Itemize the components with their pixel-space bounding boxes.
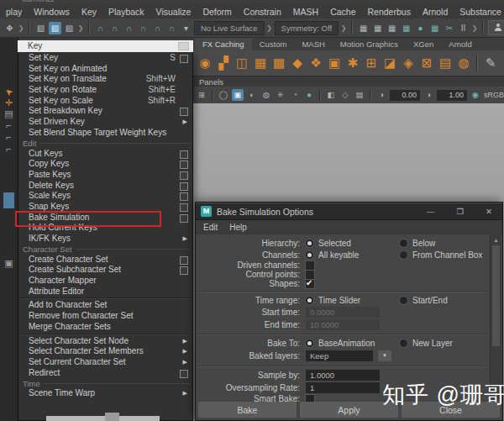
maximize-button[interactable]: ❒ xyxy=(457,206,465,217)
shadows-icon[interactable]: ✳ xyxy=(275,89,286,101)
gamma-icon[interactable]: ◑ xyxy=(423,89,434,101)
hierarchy-selected-radio[interactable] xyxy=(306,239,313,247)
menu-item-scene-time-warp[interactable]: Scene Time Warp▶ xyxy=(18,388,192,399)
bake-badge-icon[interactable]: ▣ xyxy=(3,258,15,269)
ipr-render-icon[interactable]: ● xyxy=(414,22,427,34)
motion-blur-icon[interactable]: ● xyxy=(303,89,315,101)
shelf-tab-fx-caching[interactable]: FX Caching xyxy=(195,38,252,50)
menu-item-bake-simulation[interactable]: Bake Simulation xyxy=(18,213,192,224)
translate-curve-icon[interactable]: ⌐ xyxy=(3,120,15,130)
dropdown-arrow-icon[interactable]: ▼ xyxy=(378,350,391,361)
snap-to-projected-center-icon[interactable]: ∩ xyxy=(137,22,150,34)
snap-to-curve-icon[interactable]: ∩ xyxy=(108,22,121,34)
snap-move-icon[interactable]: ▧ xyxy=(34,22,47,34)
menu-item-select-character-set-node[interactable]: Select Character Set Node▶ xyxy=(18,336,192,347)
menu-item-set-driven-key[interactable]: Set Driven Key▶ xyxy=(18,117,192,128)
menu-item-delete-keys[interactable]: Delete Keys xyxy=(18,181,192,192)
option-box-icon[interactable] xyxy=(180,108,188,116)
exposure-field[interactable]: 0.00 xyxy=(390,90,420,101)
menubar-item-constrain[interactable]: Constrain xyxy=(238,5,287,18)
camera-attributes-icon[interactable]: ▤ xyxy=(354,89,365,101)
menubar-item-cache[interactable]: Cache xyxy=(324,5,361,18)
menu-item-redirect[interactable]: Redirect xyxy=(18,368,192,379)
mash-world-icon[interactable]: ⊠ xyxy=(418,54,435,72)
mash-distribute-icon[interactable]: ◫ xyxy=(234,54,250,72)
menu-item-add-to-character-set[interactable]: Add to Character Set xyxy=(18,300,192,311)
menu-item-set-key-on-rotate[interactable]: Set Key on RotateShift+E xyxy=(18,85,192,96)
bake-to-new-layer-radio[interactable] xyxy=(400,339,407,347)
option-box-icon[interactable] xyxy=(180,256,188,265)
oversampling-rate-input[interactable]: 1 xyxy=(306,382,380,393)
channels-from-channel-box-radio[interactable] xyxy=(400,251,407,259)
menu-item-set-key-on-animated[interactable]: Set Key on Animated xyxy=(18,64,192,75)
baked-layers-dropdown[interactable]: Keep xyxy=(306,350,373,361)
menu-item-snap-keys[interactable]: Snap Keys xyxy=(18,202,192,213)
time-range-time-slider-radio[interactable] xyxy=(306,297,313,304)
menu-item-merge-character-sets[interactable]: Merge Character Sets xyxy=(18,322,192,333)
chevron-icon[interactable]: ❯ xyxy=(18,24,24,32)
menu-item-set-blend-shape-target-weight-keys[interactable]: Set Blend Shape Target Weight Keys xyxy=(18,128,192,139)
mash-merge-icon[interactable]: ◪ xyxy=(381,54,398,72)
cut-icon[interactable]: ✂ xyxy=(443,22,455,34)
mash-placer-icon[interactable]: ◈ xyxy=(400,54,417,72)
wireframe-icon[interactable]: ◯ xyxy=(218,89,229,101)
end-time-input[interactable]: 10.0000 xyxy=(306,319,380,330)
menubar-item-visualize[interactable]: Visualize xyxy=(150,5,197,18)
bake-button[interactable]: Bake xyxy=(198,402,297,418)
mash-color-icon[interactable]: ⊞ xyxy=(363,54,380,72)
render-sequence-icon[interactable]: ▦ xyxy=(400,22,412,34)
menu-item-remove-from-character-set[interactable]: Remove from Character Set xyxy=(18,311,192,322)
set-key-tool-icon[interactable]: ✛ xyxy=(3,97,15,108)
isolate-select-icon[interactable]: ◧ xyxy=(325,89,337,101)
render-settings-icon[interactable]: ▦ xyxy=(357,22,370,34)
scrollbar-thumb[interactable] xyxy=(492,245,500,346)
menu-item-paste-keys[interactable]: Paste Keys xyxy=(18,170,192,181)
menu-item-character-mapper[interactable]: Character Mapper xyxy=(18,276,192,287)
menu-item-set-key-on-scale[interactable]: Set Key on ScaleShift+R xyxy=(18,96,192,107)
ambient-occlusion-icon[interactable]: ◔ xyxy=(289,89,301,101)
menubar-item-windows[interactable]: Windows xyxy=(28,5,76,18)
mash-pencil-icon[interactable]: ✎ xyxy=(482,54,499,72)
lighting-icon[interactable]: ◍ xyxy=(260,89,272,101)
close-button[interactable]: ✕ xyxy=(486,206,492,217)
menubar-item-key[interactable]: Key xyxy=(76,5,102,18)
sign-in-button[interactable]: Sign xyxy=(488,20,504,35)
mash-repro-icon[interactable]: ▩ xyxy=(270,54,287,72)
option-box-icon[interactable] xyxy=(180,370,188,378)
exposure-icon[interactable]: ◑ xyxy=(375,89,387,101)
option-box-icon[interactable] xyxy=(180,203,188,212)
bottom-scrollbar[interactable] xyxy=(46,416,160,421)
snap-to-view-plane-icon[interactable]: ∩ xyxy=(151,22,164,34)
make-live-icon[interactable]: ∩ xyxy=(165,22,178,34)
dialog-titlebar[interactable]: M Bake Simulation Options —❒✕ xyxy=(196,203,502,220)
menu-item-set-breakdown-key[interactable]: Set Breakdown Key xyxy=(18,106,192,117)
chevron-icon[interactable]: ❯ xyxy=(266,24,273,32)
menu-item-copy-keys[interactable]: Copy Keys xyxy=(18,159,192,170)
grid-toggle-icon[interactable]: ⊞ xyxy=(196,89,207,101)
rotate-curve-icon[interactable]: ⌐ xyxy=(3,132,15,142)
mash-orient-icon[interactable]: ▣ xyxy=(326,54,343,72)
mash-explode-icon[interactable]: ✱ xyxy=(344,54,361,72)
anim-layers-icon[interactable]: ▤ xyxy=(3,108,15,119)
mash-dynamics-icon[interactable]: ◆ xyxy=(289,54,306,72)
dropdown-arrow-icon[interactable]: ▾ xyxy=(180,22,192,34)
menu-item-set-current-character-set[interactable]: Set Current Character Set▶ xyxy=(18,357,192,368)
menu-item-cut-keys[interactable]: Cut Keys xyxy=(18,149,192,160)
shelf-tab-mash[interactable]: MASH xyxy=(294,38,332,50)
mash-visibility-icon[interactable]: ▤ xyxy=(437,54,454,72)
scale-curve-icon[interactable]: ⌐ xyxy=(3,144,15,154)
start-time-input[interactable]: 0.0000 xyxy=(306,307,380,318)
snap-scale-icon[interactable]: ▧ xyxy=(63,22,76,34)
chevron-icon[interactable]: ❯ xyxy=(340,24,347,32)
symmetry-field[interactable]: Symmetry: Off xyxy=(275,21,339,35)
bottom-scrollbar-handle[interactable] xyxy=(105,413,119,421)
menubar-item-playback[interactable]: Playback xyxy=(102,5,150,18)
menubar-item-play[interactable]: play xyxy=(0,5,28,18)
time-range-start-end-radio[interactable] xyxy=(400,297,407,304)
menubar-item-arnold[interactable]: Arnold xyxy=(417,5,454,18)
shelf-tab-xgen[interactable]: XGen xyxy=(406,38,441,50)
snap-to-point-icon[interactable]: ∩ xyxy=(123,22,135,34)
xray-icon[interactable]: ◇ xyxy=(339,89,351,101)
option-box-icon[interactable] xyxy=(180,266,188,275)
minimize-button[interactable]: — xyxy=(427,206,435,217)
